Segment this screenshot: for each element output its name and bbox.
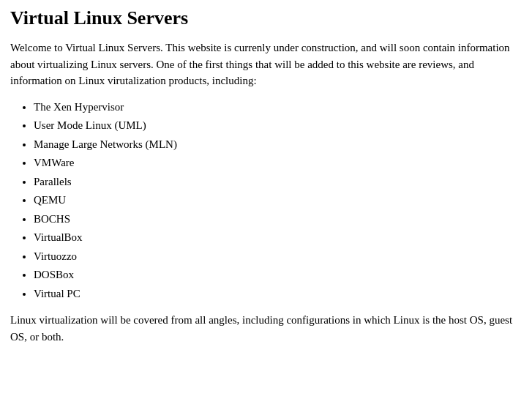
list-item: The Xen Hypervisor	[34, 98, 522, 117]
list-item: Virtuozzo	[34, 247, 522, 266]
list-item: VirtualBox	[34, 228, 522, 247]
list-item: DOSBox	[34, 266, 522, 285]
list-item: User Mode Linux (UML)	[34, 116, 522, 135]
list-item: Virtual PC	[34, 285, 522, 304]
list-item: BOCHS	[34, 210, 522, 229]
footer-paragraph: Linux virtualization will be covered fro…	[10, 312, 522, 345]
list-item: Parallels	[34, 173, 522, 192]
product-list: The Xen HypervisorUser Mode Linux (UML)M…	[34, 98, 522, 304]
list-item: Manage Large Networks (MLN)	[34, 135, 522, 154]
list-item: QEMU	[34, 191, 522, 210]
page-title: Virtual Linux Servers	[10, 7, 522, 29]
intro-paragraph: Welcome to Virtual Linux Servers. This w…	[10, 40, 522, 89]
list-item: VMWare	[34, 154, 522, 173]
